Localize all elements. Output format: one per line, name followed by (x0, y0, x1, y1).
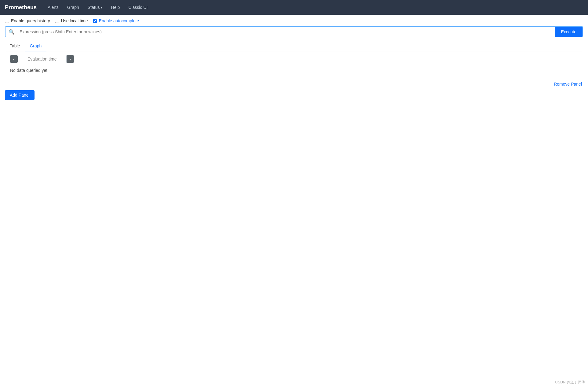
chevron-left-icon: ‹ (13, 57, 15, 61)
nav-item-classic-ui: Classic UI (125, 3, 151, 12)
nav-item-status: Status ▾ (84, 3, 106, 12)
remove-panel-link[interactable]: Remove Panel (554, 82, 582, 87)
navbar-nav: Alerts Graph Status ▾ Help Classic UI (44, 3, 151, 12)
options-row: Enable query history Use local time Enab… (5, 18, 583, 23)
nav-link-status[interactable]: Status ▾ (84, 3, 106, 12)
tab-table[interactable]: Table (5, 41, 25, 51)
use-local-time-label[interactable]: Use local time (55, 18, 88, 23)
navbar: Prometheus Alerts Graph Status ▾ Help Cl… (0, 0, 588, 15)
panel: ‹ › No data queried yet (5, 51, 583, 78)
tabs-row: Table Graph (5, 41, 583, 51)
nav-link-classic-ui[interactable]: Classic UI (125, 3, 151, 12)
search-icon: 🔍 (9, 29, 15, 35)
enable-query-history-checkbox[interactable] (5, 19, 9, 23)
enable-autocomplete-checkbox[interactable] (93, 19, 97, 23)
nav-item-alerts: Alerts (44, 3, 62, 12)
execute-button[interactable]: Execute (555, 27, 583, 37)
enable-query-history-label[interactable]: Enable query history (5, 18, 50, 23)
main-content: Enable query history Use local time Enab… (0, 15, 588, 104)
remove-panel-row: Remove Panel (5, 82, 583, 87)
nav-link-alerts[interactable]: Alerts (44, 3, 62, 12)
nav-link-help[interactable]: Help (107, 3, 123, 12)
chevron-down-icon: ▾ (101, 6, 102, 9)
nav-link-status-label: Status (88, 5, 100, 10)
eval-prev-button[interactable]: ‹ (10, 55, 18, 63)
tab-graph[interactable]: Graph (25, 41, 46, 51)
no-data-text: No data queried yet (10, 67, 578, 74)
eval-next-button[interactable]: › (67, 55, 74, 63)
navbar-brand[interactable]: Prometheus (5, 4, 37, 11)
eval-time-row: ‹ › (10, 55, 578, 63)
use-local-time-checkbox[interactable] (55, 19, 59, 23)
chevron-right-icon: › (70, 57, 71, 61)
search-icon-button[interactable]: 🔍 (5, 27, 18, 37)
eval-time-input[interactable] (18, 55, 67, 63)
enable-autocomplete-label[interactable]: Enable autocomplete (93, 18, 139, 23)
nav-item-graph: Graph (64, 3, 83, 12)
nav-item-help: Help (107, 3, 123, 12)
expression-input[interactable] (18, 27, 555, 37)
nav-link-graph[interactable]: Graph (64, 3, 83, 12)
panel-body: ‹ › No data queried yet (5, 51, 583, 78)
search-row: 🔍 Execute (5, 26, 583, 37)
add-panel-button[interactable]: Add Panel (5, 90, 35, 100)
